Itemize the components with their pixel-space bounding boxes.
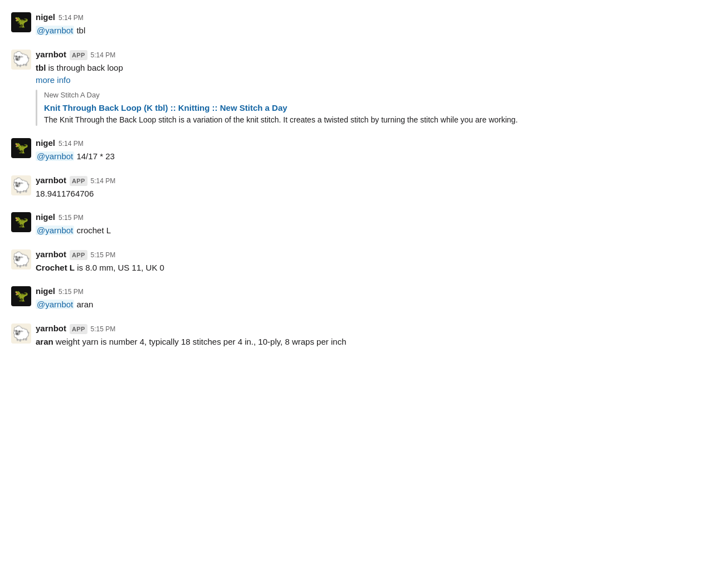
message-body-3: 14/17 * 23 <box>74 151 115 161</box>
unfurl-source: New Stitch A Day <box>44 90 701 100</box>
message-text-1: @yarnbot tbl <box>36 24 701 37</box>
message-header-4: yarnbot APP 5:14 PM <box>36 174 701 187</box>
message-group-4: 🐑 yarnbot APP 5:14 PM 18.9411764706 <box>0 172 712 203</box>
avatar-yarnbot-8: 🐑 <box>11 324 31 344</box>
message-content-1: nigel 5:14 PM @yarnbot tbl <box>36 11 701 37</box>
message-body-7: aran <box>74 300 93 309</box>
unfurl-body: New Stitch A Day Knit Through Back Loop … <box>44 90 701 126</box>
message-bold-8: aran <box>36 337 53 346</box>
sender-name-nigel-5: nigel <box>36 211 55 223</box>
message-bold-6: Crochet L <box>36 263 75 272</box>
sender-name-yarnbot-8: yarnbot <box>36 322 66 335</box>
message-content-5: nigel 5:15 PM @yarnbot crochet L <box>36 211 701 237</box>
message-group-2: 🐑 yarnbot APP 5:14 PM tbl is through bac… <box>0 46 712 129</box>
message-text-4: 18.9411764706 <box>36 188 701 200</box>
message-text-5: @yarnbot crochet L <box>36 224 701 237</box>
timestamp-4: 5:14 PM <box>91 177 116 187</box>
message-content-3: nigel 5:14 PM @yarnbot 14/17 * 23 <box>36 137 701 163</box>
unfurl-description: The Knit Through the Back Loop stitch is… <box>44 114 701 126</box>
message-body-8: weight yarn is number 4, typically 18 st… <box>53 337 347 346</box>
mention-7[interactable]: @yarnbot <box>36 300 74 309</box>
more-info-container: more info <box>36 74 701 86</box>
app-badge-2: APP <box>70 50 87 60</box>
message-header-8: yarnbot APP 5:15 PM <box>36 322 701 335</box>
more-info-link[interactable]: more info <box>36 75 71 85</box>
timestamp-2: 5:14 PM <box>91 51 116 61</box>
message-content-8: yarnbot APP 5:15 PM aran weight yarn is … <box>36 322 701 349</box>
message-content-6: yarnbot APP 5:15 PM Crochet L is 8.0 mm,… <box>36 248 701 275</box>
timestamp-8: 5:15 PM <box>91 325 116 335</box>
message-group-3: 🦖 nigel 5:14 PM @yarnbot 14/17 * 23 <box>0 135 712 165</box>
message-header-5: nigel 5:15 PM <box>36 211 701 223</box>
avatar-nigel-7: 🦖 <box>11 286 31 306</box>
message-text-6: Crochet L is 8.0 mm, US 11, UK 0 <box>36 262 701 275</box>
app-badge-8: APP <box>70 324 87 334</box>
sender-name-nigel-3: nigel <box>36 137 55 149</box>
mention-3[interactable]: @yarnbot <box>36 151 74 161</box>
timestamp-5: 5:15 PM <box>58 213 84 223</box>
timestamp-3: 5:14 PM <box>58 139 84 149</box>
message-body-2: is through back loop <box>46 63 123 72</box>
message-header-1: nigel 5:14 PM <box>36 11 701 23</box>
message-group-7: 🦖 nigel 5:15 PM @yarnbot aran <box>0 283 712 313</box>
message-content-4: yarnbot APP 5:14 PM 18.9411764706 <box>36 174 701 200</box>
message-group-5: 🦖 nigel 5:15 PM @yarnbot crochet L <box>0 209 712 239</box>
message-header-3: nigel 5:14 PM <box>36 137 701 149</box>
unfurl-card: New Stitch A Day Knit Through Back Loop … <box>36 90 701 126</box>
message-content-2: yarnbot APP 5:14 PM tbl is through back … <box>36 48 701 126</box>
timestamp-1: 5:14 PM <box>58 13 84 23</box>
app-badge-4: APP <box>70 176 87 186</box>
sender-name-yarnbot-6: yarnbot <box>36 248 66 261</box>
message-body-1: tbl <box>74 26 85 35</box>
sender-name-nigel-1: nigel <box>36 11 55 23</box>
message-body-5: crochet L <box>74 226 111 235</box>
mention-5[interactable]: @yarnbot <box>36 226 74 235</box>
avatar-yarnbot-6: 🐑 <box>11 249 31 270</box>
avatar-yarnbot-2: 🐑 <box>11 50 31 70</box>
message-header-6: yarnbot APP 5:15 PM <box>36 248 701 261</box>
message-text-2: tbl is through back loop <box>36 62 701 75</box>
unfurl-border <box>36 90 37 126</box>
sender-name-yarnbot-4: yarnbot <box>36 174 66 187</box>
sender-name-nigel-7: nigel <box>36 285 55 297</box>
message-header-2: yarnbot APP 5:14 PM <box>36 48 701 61</box>
message-text-8: aran weight yarn is number 4, typically … <box>36 336 701 349</box>
sender-name-yarnbot-2: yarnbot <box>36 48 66 61</box>
app-badge-6: APP <box>70 250 87 260</box>
timestamp-7: 5:15 PM <box>58 287 84 297</box>
message-content-7: nigel 5:15 PM @yarnbot aran <box>36 285 701 311</box>
mention-1[interactable]: @yarnbot <box>36 26 74 35</box>
message-header-7: nigel 5:15 PM <box>36 285 701 297</box>
message-body-6: is 8.0 mm, US 11, UK 0 <box>75 263 164 272</box>
message-group-6: 🐑 yarnbot APP 5:15 PM Crochet L is 8.0 m… <box>0 246 712 277</box>
message-body-4: 18.9411764706 <box>36 189 94 198</box>
unfurl-title-link[interactable]: Knit Through Back Loop (K tbl) :: Knitti… <box>44 103 287 112</box>
avatar-nigel-1: 🦖 <box>11 12 31 32</box>
message-bold-2: tbl <box>36 63 46 72</box>
message-group-1: 🦖 nigel 5:14 PM @yarnbot tbl <box>0 9 712 40</box>
message-text-3: @yarnbot 14/17 * 23 <box>36 150 701 163</box>
timestamp-6: 5:15 PM <box>91 251 116 261</box>
avatar-nigel-5: 🦖 <box>11 212 31 232</box>
message-text-7: @yarnbot aran <box>36 298 701 311</box>
avatar-nigel-3: 🦖 <box>11 138 31 158</box>
avatar-yarnbot-4: 🐑 <box>11 175 31 195</box>
message-group-8: 🐑 yarnbot APP 5:15 PM aran weight yarn i… <box>0 320 712 351</box>
